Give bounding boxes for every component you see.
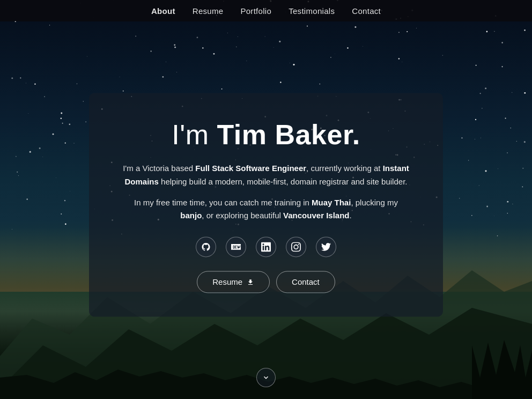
- scroll-down-button[interactable]: [256, 368, 276, 387]
- contact-button-label: Contact: [292, 278, 320, 287]
- chevron-down-icon: [262, 373, 270, 382]
- desc2-mid: , plucking my: [351, 198, 398, 207]
- resume-button[interactable]: Resume: [197, 271, 270, 293]
- cta-buttons-row: Resume Contact: [121, 271, 411, 293]
- hero-card: I'm Tim Baker. I'm a Victoria based Full…: [89, 93, 443, 316]
- desc2-island: Vancouver Island: [283, 211, 349, 220]
- desc2-mid2: , or exploring beautiful: [202, 211, 283, 220]
- hero-title-prefix: I'm: [172, 119, 217, 150]
- desc2-prefix: In my free time time, you can catch me t…: [134, 198, 312, 207]
- hero-title: I'm Tim Baker.: [121, 120, 411, 150]
- twitter-icon[interactable]: [316, 237, 336, 257]
- nav-portfolio[interactable]: Portfolio: [240, 6, 271, 16]
- nav-resume[interactable]: Resume: [193, 6, 224, 16]
- navbar: About Resume Portfolio Testimonials Cont…: [0, 0, 532, 21]
- devto-icon[interactable]: [226, 237, 246, 257]
- linkedin-icon[interactable]: [256, 237, 276, 257]
- hero-title-name: Tim Baker.: [217, 119, 360, 150]
- hero-description-2: In my free time time, you can catch me t…: [121, 196, 411, 223]
- desc2-end: .: [349, 211, 351, 220]
- hero-description-1: I'm a Victoria based Full Stack Software…: [121, 162, 411, 189]
- desc1-role: Full Stack Software Engineer: [195, 164, 306, 173]
- nav-contact[interactable]: Contact: [352, 6, 381, 16]
- desc1-working: , currently working at: [306, 164, 383, 173]
- nav-testimonials[interactable]: Testimonials: [289, 6, 335, 16]
- instagram-icon[interactable]: [286, 237, 306, 257]
- desc2-banjo: banjo: [180, 211, 202, 220]
- social-icons-row: [121, 237, 411, 257]
- desc1-prefix: I'm a Victoria based: [123, 164, 195, 173]
- github-icon[interactable]: [196, 237, 216, 257]
- resume-button-label: Resume: [212, 278, 242, 287]
- contact-button[interactable]: Contact: [276, 271, 335, 293]
- desc1-suffix: helping build a modern, mobile-first, do…: [159, 177, 408, 186]
- desc2-muay: Muay Thai: [312, 198, 351, 207]
- download-icon: [247, 278, 254, 286]
- nav-about[interactable]: About: [151, 6, 175, 16]
